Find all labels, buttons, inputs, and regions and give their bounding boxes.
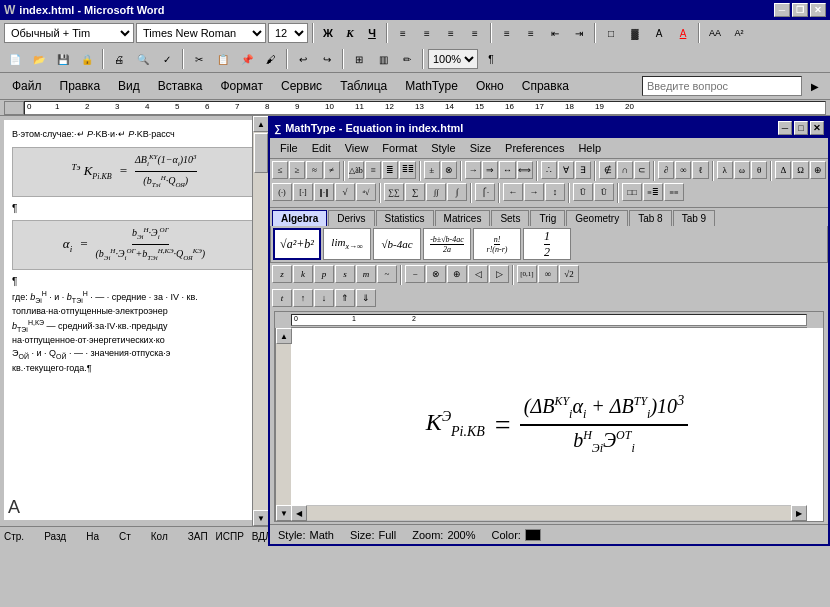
superscript-button[interactable]: AA — [704, 22, 726, 44]
mt-menu-size[interactable]: Size — [464, 140, 497, 156]
tab-algebra[interactable]: Algebra — [272, 210, 327, 226]
sym-Ubar[interactable]: Ū — [573, 183, 593, 201]
template-permutation[interactable]: n! r!(n-r) — [473, 228, 521, 260]
sym-align[interactable]: ≡≣ — [643, 183, 663, 201]
sym-infty2[interactable]: ∞ — [538, 265, 558, 283]
cut-button[interactable]: ✂ — [188, 48, 210, 70]
sym-dint[interactable]: ∫∫ — [426, 183, 446, 201]
sym-omega[interactable]: ω — [734, 161, 750, 179]
menu-view[interactable]: Вид — [110, 77, 148, 95]
mt-minimize-button[interactable]: ─ — [778, 121, 792, 135]
print-preview-button[interactable]: 🔍 — [132, 48, 154, 70]
mt-menu-view[interactable]: View — [339, 140, 375, 156]
font-dropdown[interactable]: Times New Roman — [136, 23, 266, 43]
new-button[interactable]: 📄 — [4, 48, 26, 70]
sym-pm[interactable]: ± — [424, 161, 440, 179]
menu-tools[interactable]: Сервис — [273, 77, 330, 95]
minimize-button[interactable]: ─ — [774, 3, 790, 17]
sym-sqrt2[interactable]: √2 — [559, 265, 579, 283]
tab-derivs[interactable]: Derivs — [328, 210, 374, 226]
mt-scroll-right[interactable]: ▶ — [791, 505, 807, 521]
menu-mathtype[interactable]: MathType — [397, 77, 466, 95]
paste-button[interactable]: 📌 — [236, 48, 258, 70]
formula-block-2[interactable]: αi = bЭiH·ЭiОГ (bЭiH·ЭiОГ+bТЭiH,КЭ·QОЯКЭ… — [12, 220, 256, 270]
open-button[interactable]: 📂 — [28, 48, 50, 70]
mt-menu-file[interactable]: File — [274, 140, 304, 156]
zoom-dropdown[interactable]: 100% — [428, 49, 478, 69]
format-painter-button[interactable]: 🖌 — [260, 48, 282, 70]
sym-rarr[interactable]: → — [465, 161, 481, 179]
shading-button[interactable]: ▓ — [624, 22, 646, 44]
sym-Delta[interactable]: Δ — [775, 161, 791, 179]
sym-tri-left[interactable]: ◁ — [468, 265, 488, 283]
mt-scrollbar-v[interactable]: ▲ ▼ — [275, 328, 291, 521]
tab-geometry[interactable]: Geometry — [566, 210, 628, 226]
sym-equiv2[interactable]: ⟺ — [517, 161, 533, 179]
style-dropdown[interactable]: Обычный + Tim — [4, 23, 134, 43]
sym-t[interactable]: t — [272, 289, 292, 307]
size-dropdown[interactable]: 12 — [268, 23, 308, 43]
menu-table[interactable]: Таблица — [332, 77, 395, 95]
sym-quad[interactable]: ≣≣ — [399, 161, 415, 179]
sym-Udot[interactable]: Ü — [594, 183, 614, 201]
align-justify-button[interactable]: ≡ — [464, 22, 486, 44]
sym-minus[interactable]: − — [405, 265, 425, 283]
tab-statistics[interactable]: Statistics — [376, 210, 434, 226]
align-right-button[interactable]: ≡ — [440, 22, 462, 44]
sym-paren[interactable]: (·) — [272, 183, 292, 201]
sym-partial[interactable]: ∂ — [658, 161, 674, 179]
sym-z[interactable]: z — [272, 265, 292, 283]
sym-up-arr2[interactable]: ⇑ — [335, 289, 355, 307]
tab-matrices[interactable]: Matrices — [435, 210, 491, 226]
permissions-button[interactable]: 🔒 — [76, 48, 98, 70]
font-color-button[interactable]: A — [672, 22, 694, 44]
template-sqrt-sum[interactable]: √a²+b² — [273, 228, 321, 260]
drawing-button[interactable]: ✏ — [396, 48, 418, 70]
list-bullet-button[interactable]: ≡ — [496, 22, 518, 44]
sym-geq[interactable]: ≥ — [289, 161, 305, 179]
align-center-button[interactable]: ≡ — [416, 22, 438, 44]
equation-display-area[interactable]: KЭPi.KB = (ΔBKYiαi + ΔBTYi)103 bHЭiЭОТi — [291, 328, 823, 521]
sym-subset[interactable]: ⊂ — [634, 161, 650, 179]
tab-sets[interactable]: Sets — [491, 210, 529, 226]
sym-lrarr[interactable]: ↔ — [499, 161, 515, 179]
sym-k[interactable]: k — [293, 265, 313, 283]
sym-triple[interactable]: ≣ — [382, 161, 398, 179]
sym-cap[interactable]: ∩ — [617, 161, 633, 179]
menu-help[interactable]: Справка — [514, 77, 577, 95]
sym-equiv[interactable]: ≡ — [365, 161, 381, 179]
menu-file[interactable]: Файл — [4, 77, 50, 95]
save-button[interactable]: 💾 — [52, 48, 74, 70]
sym-s[interactable]: s — [335, 265, 355, 283]
border-button[interactable]: □ — [600, 22, 622, 44]
help-search-box[interactable] — [642, 76, 802, 96]
sym-udarr[interactable]: ↕ — [545, 183, 565, 201]
scroll-down-button[interactable]: ▼ — [253, 510, 268, 526]
sym-down-arr2[interactable]: ⇓ — [356, 289, 376, 307]
undo-button[interactable]: ↩ — [292, 48, 314, 70]
mt-close-button[interactable]: ✕ — [810, 121, 824, 135]
restore-button[interactable]: ❐ — [792, 3, 808, 17]
sym-m[interactable]: m — [356, 265, 376, 283]
sym-matrix[interactable]: □□ — [622, 183, 642, 201]
scroll-up-button[interactable]: ▲ — [253, 116, 268, 132]
sym-exists[interactable]: ∃ — [575, 161, 591, 179]
sym-up-arr[interactable]: ↑ — [293, 289, 313, 307]
sym-down-arr[interactable]: ↓ — [314, 289, 334, 307]
template-quadratic[interactable]: -b±√b-4ac 2a — [423, 228, 471, 260]
redo-button[interactable]: ↪ — [316, 48, 338, 70]
sym-interval[interactable]: [0,1] — [517, 265, 537, 283]
sym-tilde[interactable]: △ãb — [348, 161, 364, 179]
align-left-button[interactable]: ≡ — [392, 22, 414, 44]
formula-block-1[interactable]: Тэ KPi.KB = ΔBiKY(1−αi)103 (bТэiH·QОЯ) → — [12, 147, 256, 197]
italic-button[interactable]: К — [340, 23, 360, 43]
mt-scroll-down[interactable]: ▼ — [276, 505, 292, 521]
copy-button[interactable]: 📋 — [212, 48, 234, 70]
sym-bracket[interactable]: [·] — [293, 183, 313, 201]
mt-scrollbar-h[interactable]: ◀ ▶ — [291, 505, 807, 521]
spell-check-button[interactable]: ✓ — [156, 48, 178, 70]
sym-Rarr[interactable]: ⇒ — [482, 161, 498, 179]
sym-rarr2[interactable]: → — [524, 183, 544, 201]
mt-scroll-left[interactable]: ◀ — [291, 505, 307, 521]
menu-format[interactable]: Формат — [212, 77, 271, 95]
